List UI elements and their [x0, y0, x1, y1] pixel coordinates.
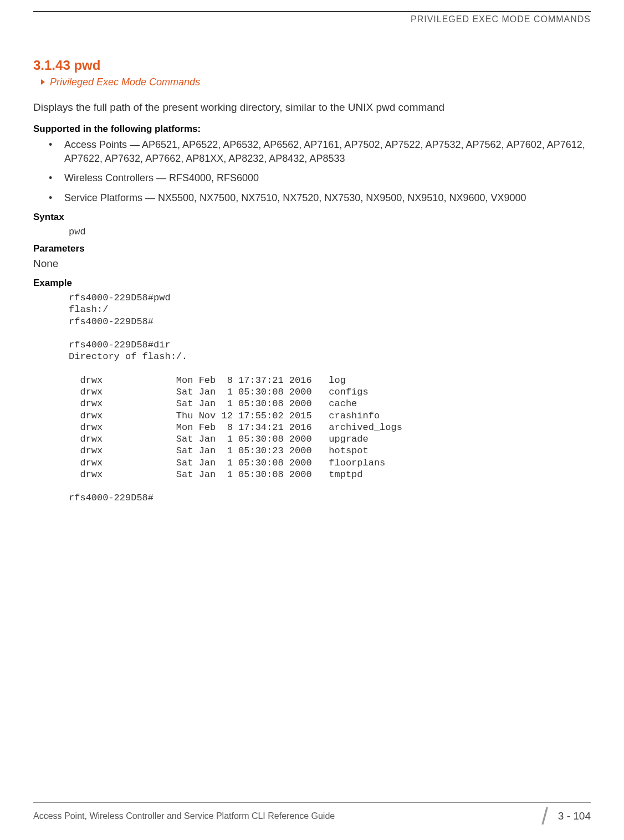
breadcrumb-text: Privileged Exec Mode Commands: [50, 76, 200, 88]
section-description: Displays the full path of the present wo…: [33, 101, 591, 114]
breadcrumb[interactable]: Privileged Exec Mode Commands: [41, 76, 591, 88]
slash-icon: /: [541, 808, 548, 824]
supported-label: Supported in the following platforms:: [33, 124, 591, 135]
supported-list: Access Points — AP6521, AP6522, AP6532, …: [33, 138, 591, 205]
list-item: Access Points — AP6521, AP6522, AP6532, …: [64, 138, 591, 166]
footer-right: / 3 - 104: [541, 808, 591, 824]
triangle-icon: [41, 79, 45, 85]
page-content: 3.1.43 pwd Privileged Exec Mode Commands…: [33, 24, 591, 504]
parameters-value: None: [33, 258, 591, 270]
syntax-block: Syntax pwd: [33, 212, 591, 238]
header-title: PRIVILEGED EXEC MODE COMMANDS: [411, 14, 591, 24]
parameters-block: Parameters None: [33, 243, 591, 270]
page-header: PRIVILEGED EXEC MODE COMMANDS: [33, 11, 591, 24]
syntax-code: pwd: [69, 226, 591, 238]
supported-block: Supported in the following platforms: Ac…: [33, 124, 591, 205]
example-code: rfs4000-229D58#pwd flash:/ rfs4000-229D5…: [69, 292, 591, 504]
page-number: 3 - 104: [558, 810, 591, 822]
list-item: Service Platforms — NX5500, NX7500, NX75…: [64, 191, 591, 205]
footer-left: Access Point, Wireless Controller and Se…: [33, 811, 335, 821]
parameters-label: Parameters: [33, 243, 591, 254]
list-item: Wireless Controllers — RFS4000, RFS6000: [64, 171, 591, 185]
example-label: Example: [33, 278, 591, 289]
example-block: Example rfs4000-229D58#pwd flash:/ rfs40…: [33, 278, 591, 504]
section-heading: 3.1.43 pwd: [33, 58, 591, 73]
page-footer: Access Point, Wireless Controller and Se…: [33, 802, 591, 824]
syntax-label: Syntax: [33, 212, 591, 223]
